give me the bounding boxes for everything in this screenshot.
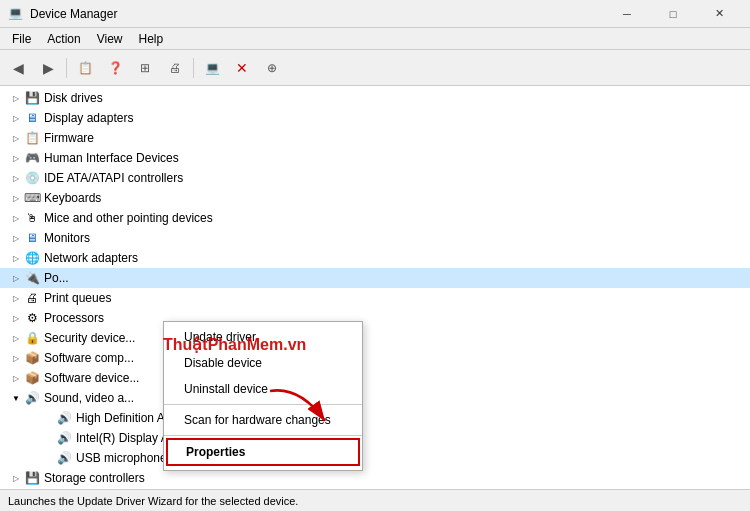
tree-item-human-interface[interactable]: ▷ 🎮 Human Interface Devices [0, 148, 750, 168]
tree-item-ide-ata[interactable]: ▷ 💿 IDE ATA/ATAPI controllers [0, 168, 750, 188]
menu-file[interactable]: File [4, 30, 39, 48]
icon-software-comp: 📦 [24, 350, 40, 366]
label-keyboards: Keyboards [44, 191, 750, 205]
context-menu-scan-hardware[interactable]: Scan for hardware changes [164, 407, 362, 433]
label-monitors: Monitors [44, 231, 750, 245]
context-menu-disable-device[interactable]: Disable device [164, 350, 362, 376]
expander-ports[interactable]: ▷ [8, 270, 24, 286]
menu-action[interactable]: Action [39, 30, 88, 48]
help-button[interactable]: ❓ [101, 54, 129, 82]
expander-disk-drives[interactable]: ▷ [8, 90, 24, 106]
icon-network-adapters: 🌐 [24, 250, 40, 266]
print-button[interactable]: 🖨 [161, 54, 189, 82]
toolbar-sep-1 [66, 58, 67, 78]
tree-item-software-comp[interactable]: ▷ 📦 Software comp... [0, 348, 750, 368]
expander-human-interface[interactable]: ▷ [8, 150, 24, 166]
icon-processors: ⚙ [24, 310, 40, 326]
expander-keyboards[interactable]: ▷ [8, 190, 24, 206]
context-menu-uninstall-device[interactable]: Uninstall device [164, 376, 362, 402]
label-network-adapters: Network adapters [44, 251, 750, 265]
tree-item-sound-video[interactable]: ▼ 🔊 Sound, video a... [0, 388, 750, 408]
expander-software-device[interactable]: ▷ [8, 370, 24, 386]
tree-item-keyboards[interactable]: ▷ ⌨ Keyboards [0, 188, 750, 208]
grid-button[interactable]: ⊞ [131, 54, 159, 82]
label-ports: Po... [44, 271, 750, 285]
tree-item-display-adapters[interactable]: ▷ 🖥 Display adapters [0, 108, 750, 128]
icon-monitors: 🖥 [24, 230, 40, 246]
tree-item-security-devices[interactable]: ▷ 🔒 Security device... [0, 328, 750, 348]
icon-display-adapters: 🖥 [24, 110, 40, 126]
icon-print-queues: 🖨 [24, 290, 40, 306]
expander-high-def-audio [40, 410, 56, 426]
tree-item-software-device[interactable]: ▷ 📦 Software device... [0, 368, 750, 388]
expander-storage-controllers[interactable]: ▷ [8, 470, 24, 486]
label-sound-video: Sound, video a... [44, 391, 750, 405]
expander-security-devices[interactable]: ▷ [8, 330, 24, 346]
expander-network-adapters[interactable]: ▷ [8, 250, 24, 266]
tree-item-storage-controllers[interactable]: ▷ 💾 Storage controllers [0, 468, 750, 488]
expander-display-adapters[interactable]: ▷ [8, 110, 24, 126]
close-button[interactable]: ✕ [696, 0, 742, 28]
expander-ide-ata[interactable]: ▷ [8, 170, 24, 186]
expander-firmware[interactable]: ▷ [8, 130, 24, 146]
tree-item-disk-drives[interactable]: ▷ 💾 Disk drives [0, 88, 750, 108]
label-security-devices: Security device... [44, 331, 750, 345]
context-menu: Update driver Disable device Uninstall d… [163, 321, 363, 471]
expander-processors[interactable]: ▷ [8, 310, 24, 326]
icon-storage-controllers: 💾 [24, 470, 40, 486]
scan-button[interactable]: 💻 [198, 54, 226, 82]
icon-usb-microphone: 🔊 [56, 450, 72, 466]
label-firmware: Firmware [44, 131, 750, 145]
expander-usb-microphone [40, 450, 56, 466]
label-software-comp: Software comp... [44, 351, 750, 365]
icon-software-device: 📦 [24, 370, 40, 386]
tree-item-monitors[interactable]: ▷ 🖥 Monitors [0, 228, 750, 248]
status-text: Launches the Update Driver Wizard for th… [8, 495, 298, 507]
tree-item-firmware[interactable]: ▷ 📋 Firmware [0, 128, 750, 148]
menu-view[interactable]: View [89, 30, 131, 48]
tree-item-network-adapters[interactable]: ▷ 🌐 Network adapters [0, 248, 750, 268]
device-tree[interactable]: ▷ 💾 Disk drives ▷ 🖥 Display adapters ▷ 📋… [0, 86, 750, 489]
expander-print-queues[interactable]: ▷ [8, 290, 24, 306]
context-menu-update-driver[interactable]: Update driver [164, 324, 362, 350]
tree-item-ports[interactable]: ▷ 🔌 Po... [0, 268, 750, 288]
expander-mice[interactable]: ▷ [8, 210, 24, 226]
add-button[interactable]: ⊕ [258, 54, 286, 82]
tree-item-print-queues[interactable]: ▷ 🖨 Print queues [0, 288, 750, 308]
expander-software-comp[interactable]: ▷ [8, 350, 24, 366]
toolbar-sep-2 [193, 58, 194, 78]
icon-ide-ata: 💿 [24, 170, 40, 186]
minimize-button[interactable]: ─ [604, 0, 650, 28]
window-controls: ─ □ ✕ [604, 0, 742, 28]
tree-item-processors[interactable]: ▷ ⚙ Processors [0, 308, 750, 328]
icon-keyboards: ⌨ [24, 190, 40, 206]
menu-help[interactable]: Help [131, 30, 172, 48]
icon-ports: 🔌 [24, 270, 40, 286]
tree-item-high-def-audio[interactable]: 🔊 High Definition Audio Device [0, 408, 750, 428]
toolbar: ◀ ▶ 📋 ❓ ⊞ 🖨 💻 ✕ ⊕ [0, 50, 750, 86]
app-icon: 💻 [8, 6, 24, 22]
expander-monitors[interactable]: ▷ [8, 230, 24, 246]
tree-item-mice[interactable]: ▷ 🖱 Mice and other pointing devices [0, 208, 750, 228]
app-title: Device Manager [30, 7, 117, 21]
icon-intel-display-audio: 🔊 [56, 430, 72, 446]
title-bar-left: 💻 Device Manager [8, 6, 117, 22]
context-menu-sep-1 [164, 404, 362, 405]
back-button[interactable]: ◀ [4, 54, 32, 82]
forward-button[interactable]: ▶ [34, 54, 62, 82]
label-storage-controllers: Storage controllers [44, 471, 750, 485]
context-menu-properties[interactable]: Properties [166, 438, 360, 466]
label-disk-drives: Disk drives [44, 91, 750, 105]
label-processors: Processors [44, 311, 750, 325]
properties-button[interactable]: 📋 [71, 54, 99, 82]
icon-mice: 🖱 [24, 210, 40, 226]
menu-bar: File Action View Help [0, 28, 750, 50]
label-mice: Mice and other pointing devices [44, 211, 750, 225]
tree-item-usb-microphone[interactable]: 🔊 USB microphone [0, 448, 750, 468]
maximize-button[interactable]: □ [650, 0, 696, 28]
label-print-queues: Print queues [44, 291, 750, 305]
tree-item-intel-display-audio[interactable]: 🔊 Intel(R) Display Audio [0, 428, 750, 448]
remove-button[interactable]: ✕ [228, 54, 256, 82]
status-bar: Launches the Update Driver Wizard for th… [0, 489, 750, 511]
expander-sound-video[interactable]: ▼ [8, 390, 24, 406]
